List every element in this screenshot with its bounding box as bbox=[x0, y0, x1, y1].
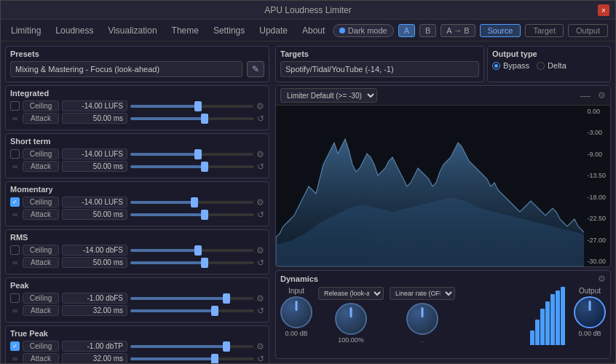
peak-attack-reset[interactable]: ↺ bbox=[257, 306, 264, 316]
integrated-attack-reset[interactable]: ↺ bbox=[257, 114, 264, 124]
dynamics-title: Dynamics bbox=[280, 274, 598, 283]
dyn-bar-2 bbox=[535, 320, 540, 345]
short-term-attack-reset[interactable]: ↺ bbox=[257, 162, 264, 172]
true-peak-title: True Peak bbox=[10, 329, 264, 338]
rms-attack-slider[interactable] bbox=[130, 261, 254, 264]
dynamics-output-knob[interactable] bbox=[574, 296, 606, 328]
dynamics-release-knob[interactable] bbox=[335, 303, 367, 335]
close-button[interactable]: × bbox=[598, 4, 609, 16]
short-term-attack-row: ∞ Attack 50.00 ms ↺ bbox=[10, 161, 264, 172]
ab-b-button[interactable]: B bbox=[419, 24, 436, 37]
nav-loudness[interactable]: Loudness bbox=[48, 23, 100, 39]
rms-ceiling-label: Ceiling bbox=[23, 245, 59, 256]
short-term-attack-slider[interactable] bbox=[130, 165, 254, 168]
preset-edit-button[interactable]: ✎ bbox=[247, 61, 264, 77]
ab-arrow-button[interactable]: A → B bbox=[441, 24, 475, 37]
preset-select[interactable]: Mixing & Mastering - Focus (look-ahead) bbox=[10, 61, 242, 77]
visualizer-select[interactable]: Limiter Default (>= -30) bbox=[280, 88, 377, 103]
dynamics-gear-button[interactable]: ⚙ bbox=[598, 274, 606, 284]
dynamics-linear-knob[interactable] bbox=[406, 303, 438, 335]
ab-a-button[interactable]: A bbox=[398, 24, 415, 37]
dark-mode-label: Dark mode bbox=[348, 26, 387, 35]
nav-settings[interactable]: Settings bbox=[206, 23, 252, 39]
momentary-checkbox[interactable] bbox=[10, 197, 20, 207]
dynamics-release-select[interactable]: Release (look-ahead) bbox=[318, 287, 384, 300]
dynamics-output-label: Output bbox=[579, 287, 601, 295]
rms-attack-reset[interactable]: ↺ bbox=[257, 258, 264, 268]
rms-attack-value: 50.00 ms bbox=[62, 257, 127, 268]
visualizer-minus-button[interactable]: — bbox=[580, 90, 591, 101]
dark-mode-toggle[interactable]: Dark mode bbox=[333, 24, 394, 37]
target-select[interactable]: Spotify/Tidal/YouTube (-14, -1) bbox=[280, 61, 479, 77]
integrated-checkbox[interactable] bbox=[10, 101, 20, 111]
momentary-ceiling-gear[interactable]: ⚙ bbox=[256, 197, 264, 207]
target-button[interactable]: Target bbox=[525, 24, 564, 37]
radio-bypass-circle bbox=[492, 62, 500, 70]
rms-checkbox[interactable] bbox=[10, 245, 20, 255]
dynamics-linear-dot: . bbox=[422, 336, 424, 344]
short-term-ceiling-slider[interactable] bbox=[130, 153, 253, 156]
rms-ceiling-row: Ceiling -14.00 dbFS ⚙ bbox=[10, 245, 264, 256]
dynamics-release-col: Release (look-ahead) 100.00% bbox=[318, 287, 384, 344]
radio-bypass[interactable]: Bypass bbox=[492, 61, 529, 70]
nav-about[interactable]: About bbox=[295, 23, 332, 39]
radio-delta-label: Delta bbox=[548, 61, 566, 70]
peak-link-icon: ∞ bbox=[10, 306, 20, 315]
radio-delta-circle bbox=[537, 62, 545, 70]
nav-limiting[interactable]: Limiting bbox=[4, 23, 48, 39]
db-scale-4: -18.00 bbox=[587, 194, 606, 201]
dynamics-header: Dynamics ⚙ bbox=[280, 274, 606, 284]
peak-checkbox[interactable] bbox=[10, 293, 20, 303]
db-scale-1: -3.00 bbox=[587, 129, 606, 136]
dynamics-input-knob[interactable] bbox=[280, 296, 312, 328]
dynamics-output-col: Output 0.00 dB bbox=[574, 287, 606, 337]
dynamics-linear-select[interactable]: Linear rate (OFF) bbox=[390, 287, 455, 300]
momentary-attack-slider[interactable] bbox=[130, 213, 254, 216]
db-scale-0: 0.00 bbox=[587, 108, 606, 115]
momentary-attack-reset[interactable]: ↺ bbox=[257, 210, 264, 220]
integrated-attack-slider[interactable] bbox=[130, 117, 254, 120]
dynamics-release-pct: 100.00% bbox=[338, 336, 364, 344]
peak-ceiling-gear[interactable]: ⚙ bbox=[256, 293, 264, 304]
source-button[interactable]: Source bbox=[480, 24, 521, 37]
peak-title: Peak bbox=[10, 281, 264, 290]
momentary-ceiling-row: Ceiling -14.00 LUFS ⚙ bbox=[10, 197, 264, 207]
peak-attack-slider[interactable] bbox=[130, 309, 254, 312]
output-button[interactable]: Output bbox=[568, 24, 608, 37]
visualizer-gear-button[interactable]: ⚙ bbox=[598, 90, 606, 100]
momentary-ceiling-slider[interactable] bbox=[130, 201, 253, 204]
visualizer-header: Limiter Default (>= -30) — ⚙ bbox=[276, 86, 610, 106]
integrated-title: Integrated bbox=[10, 89, 264, 98]
momentary-ceiling-value: -14.00 LUFS bbox=[62, 197, 127, 207]
true-peak-checkbox[interactable] bbox=[10, 341, 20, 351]
short-term-ceiling-gear[interactable]: ⚙ bbox=[256, 149, 264, 159]
rms-ceiling-gear[interactable]: ⚙ bbox=[256, 245, 264, 256]
integrated-ceiling-slider[interactable] bbox=[130, 105, 253, 108]
nav-theme[interactable]: Theme bbox=[165, 23, 206, 39]
dynamics-section: Dynamics ⚙ Input 0.00 dB Release (look-a… bbox=[275, 270, 611, 359]
true-peak-attack-reset[interactable]: ↺ bbox=[257, 354, 264, 364]
nav-visualization[interactable]: Visualization bbox=[100, 23, 164, 39]
radio-delta[interactable]: Delta bbox=[537, 61, 566, 70]
peak-attack-row: ∞ Attack 32.00 ms ↺ bbox=[10, 305, 264, 316]
dynamics-input-value: 0.00 dB bbox=[285, 330, 307, 337]
integrated-ceiling-gear[interactable]: ⚙ bbox=[256, 101, 264, 111]
true-peak-ceiling-gear[interactable]: ⚙ bbox=[256, 341, 264, 352]
db-scale-3: -13.50 bbox=[587, 172, 606, 179]
nav-update[interactable]: Update bbox=[252, 23, 295, 39]
momentary-attack-label: Attack bbox=[23, 209, 59, 220]
dark-mode-dot bbox=[339, 28, 345, 33]
true-peak-attack-label: Attack bbox=[23, 353, 59, 363]
true-peak-attack-slider[interactable] bbox=[130, 357, 254, 360]
rms-ceiling-slider[interactable] bbox=[130, 249, 253, 252]
short-term-ceiling-label: Ceiling bbox=[23, 149, 59, 159]
integrated-ceiling-row: Ceiling -14.00 LUFS ⚙ bbox=[10, 100, 264, 111]
rms-attack-label: Attack bbox=[23, 257, 59, 268]
radio-bypass-label: Bypass bbox=[503, 61, 529, 70]
short-term-checkbox[interactable] bbox=[10, 149, 20, 159]
true-peak-attack-row: ∞ Attack 32.00 ms ↺ bbox=[10, 353, 264, 363]
true-peak-ceiling-value: -1.00 dbTP bbox=[62, 341, 127, 352]
peak-ceiling-slider[interactable] bbox=[130, 297, 253, 300]
true-peak-ceiling-slider[interactable] bbox=[130, 345, 253, 348]
momentary-attack-value: 50.00 ms bbox=[62, 209, 127, 220]
